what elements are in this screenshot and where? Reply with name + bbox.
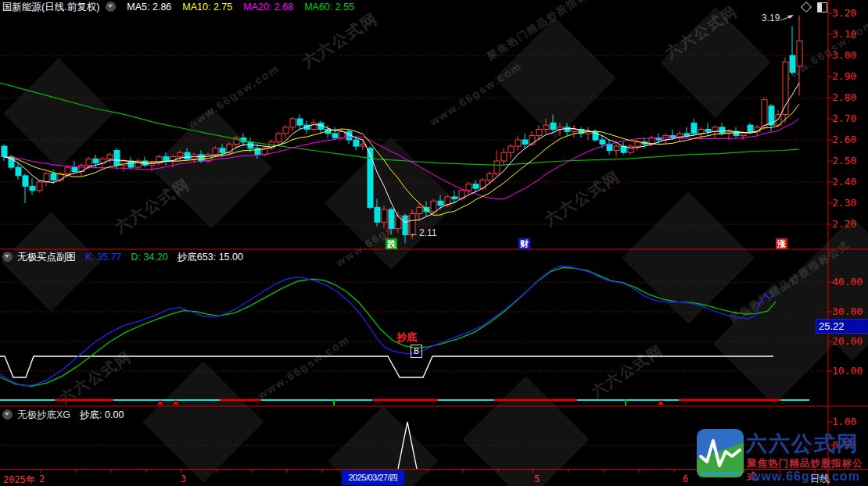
kdj-axis-label: 30.00: [832, 306, 868, 317]
threshold-line: [0, 356, 773, 377]
panel2-title: 无极买点副图: [17, 252, 76, 263]
chaodi653-value-label: 抄底653: 15.00: [178, 252, 243, 263]
price-axis-label: 3.20: [832, 7, 868, 19]
site-logo: 六六公式网 聚焦热门精品炒股指标公式 www.66gsw.com: [694, 423, 868, 486]
period-label[interactable]: 日线: [810, 473, 830, 486]
price-axis-label: 3.10: [832, 28, 868, 40]
current-value-badge: 25.22: [816, 319, 868, 334]
time-axis-month: 2: [39, 473, 45, 484]
buy-signal-badge: B: [411, 345, 422, 358]
k-line: [0, 266, 776, 386]
collapse-panel2-icon[interactable]: [2, 252, 13, 262]
price-axis-label: 2.50: [832, 155, 868, 166]
d-value-label: D: 34.20: [131, 252, 168, 263]
site-logo-icon: [696, 428, 744, 480]
ma5-line: [4, 83, 799, 222]
time-axis-year: 2025年: [3, 473, 35, 486]
ma10-label: MA10: 2.75: [182, 2, 232, 13]
stock-chart-app: 六六公式网聚焦热门精品炒股指标公式六六公式网www.66gsw.com六六公式网…: [0, 0, 868, 486]
chart-canvas[interactable]: [0, 0, 868, 486]
kdj-axis-label: 20.00: [832, 335, 868, 347]
collapse-main-icon[interactable]: [106, 2, 116, 12]
ma60-label: MA60: 2.55: [304, 2, 354, 13]
site-logo-brand: 六六公式网: [746, 430, 859, 458]
price-axis-label: 2.30: [832, 197, 868, 209]
site-logo-url: www.66gsw.com: [751, 470, 860, 484]
price-axis-label: 2.90: [832, 70, 868, 82]
chaodi-signal-label: 抄底: [396, 331, 417, 345]
kdj-axis-label: 10.00: [832, 365, 868, 377]
chaodi-value-label: 抄底: 0.00: [80, 409, 124, 420]
candlesticks: [2, 16, 802, 244]
event-marker: 财: [518, 238, 530, 249]
event-marker: 涨: [776, 238, 787, 249]
price-axis-label: 2.20: [832, 218, 868, 230]
frame-lines: [0, 0, 868, 486]
time-axis-month: 5: [534, 473, 540, 484]
split-window-icon[interactable]: [817, 2, 827, 13]
kdj-axis-label: 40.00: [832, 276, 868, 288]
price-axis-label: 2.70: [832, 113, 868, 124]
d-line: [0, 267, 776, 386]
low-price-annotation: ←2.11: [410, 227, 436, 238]
panel2-header: 无极买点副图K: 35.77D: 34.20抄底653: 15.00: [2, 251, 243, 264]
time-axis-month: 6: [683, 473, 688, 484]
panel3-title: 无极抄底XG: [17, 409, 70, 420]
time-axis-month: 3: [181, 473, 186, 484]
ma5-label: MA5: 2.86: [127, 2, 171, 13]
ma20-label: MA20: 2.68: [243, 2, 293, 13]
price-axis-label: 2.60: [832, 134, 868, 145]
selected-date-badge[interactable]: 2025/03/27/四: [342, 470, 404, 485]
panel3-header: 无极抄底XG抄底: 0.00: [2, 409, 124, 422]
price-axis-label: 2.80: [832, 91, 868, 103]
k-value-label: K: 35.77: [85, 252, 122, 263]
high-price-annotation: 3.19: [762, 13, 780, 23]
event-marker: 跌: [386, 238, 397, 249]
collapse-panel3-icon[interactable]: [2, 409, 13, 420]
ma20-line: [4, 119, 799, 199]
price-axis-label: 2.40: [832, 176, 868, 188]
main-title-bar: 国新能源(日线.前复权)MA5: 2.86MA10: 2.75MA20: 2.6…: [2, 1, 354, 14]
stock-title: 国新能源(日线.前复权): [2, 2, 99, 13]
price-axis-label: 3.00: [832, 49, 868, 61]
